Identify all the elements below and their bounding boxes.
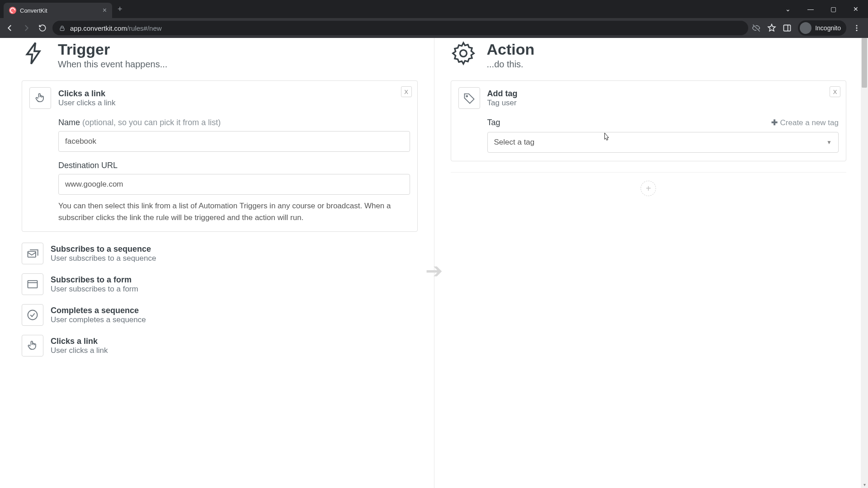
scroll-thumb[interactable] xyxy=(862,38,867,88)
svg-rect-7 xyxy=(28,281,38,288)
action-subheading: ...do this. xyxy=(487,59,535,70)
url-input[interactable] xyxy=(58,174,410,195)
new-tab-button[interactable]: + xyxy=(118,5,123,14)
address-bar[interactable]: app.convertkit.com/rules#/new xyxy=(52,21,748,35)
trigger-option-sequence-complete[interactable]: Completes a sequence User completes a se… xyxy=(22,300,418,330)
create-tag-link[interactable]: ✚Create a new tag xyxy=(771,118,839,127)
selected-action-card: Add tag Tag user X Tag ✚Create a new tag… xyxy=(451,80,847,161)
action-card-title: Add tag xyxy=(487,89,518,99)
back-button[interactable] xyxy=(4,22,16,34)
select-placeholder: Select a tag xyxy=(494,138,535,147)
trigger-column: Trigger When this event happens... Click… xyxy=(0,38,434,488)
window-icon xyxy=(22,273,43,295)
option-title: Clicks a link xyxy=(51,337,108,346)
name-input[interactable] xyxy=(58,131,410,152)
tab-title: ConvertKit xyxy=(20,7,99,14)
minimize-button[interactable]: — xyxy=(800,2,821,16)
option-title: Subscribes to a sequence xyxy=(51,244,156,254)
tag-select[interactable]: Select a tag ▼ xyxy=(487,132,839,153)
svg-point-5 xyxy=(856,30,858,31)
name-label: Name (optional, so you can pick it from … xyxy=(58,118,410,127)
option-subtitle: User completes a sequence xyxy=(51,315,146,324)
action-card-header: Add tag Tag user X xyxy=(451,81,846,115)
svg-rect-1 xyxy=(784,25,791,31)
incognito-icon xyxy=(800,22,811,34)
url-text: app.convertkit.com/rules#/new xyxy=(70,24,162,32)
svg-rect-6 xyxy=(28,251,36,257)
trigger-option-clicks-link[interactable]: Clicks a link User clicks a link xyxy=(22,330,418,361)
scroll-down-icon[interactable]: ▾ xyxy=(861,481,868,488)
check-circle-icon xyxy=(22,304,43,326)
eye-off-icon[interactable] xyxy=(752,23,761,33)
option-subtitle: User subscribes to a form xyxy=(51,285,138,294)
trigger-card-subtitle: User clicks a link xyxy=(58,99,116,108)
forward-button[interactable] xyxy=(20,22,33,34)
action-column: Action ...do this. Add tag Tag user X Ta… xyxy=(434,38,868,488)
selected-trigger-card: Clicks a link User clicks a link X Name … xyxy=(22,80,418,232)
svg-point-3 xyxy=(856,25,858,26)
envelope-stack-icon xyxy=(22,243,43,264)
reload-button[interactable] xyxy=(36,22,49,34)
action-header: Action ...do this. xyxy=(451,41,847,70)
maximize-button[interactable]: ▢ xyxy=(823,2,844,16)
pointer-icon xyxy=(29,87,51,109)
trigger-subheading: When this event happens... xyxy=(58,59,167,70)
svg-point-11 xyxy=(466,96,467,97)
trigger-option-form-subscribe[interactable]: Subscribes to a form User subscribes to … xyxy=(22,269,418,300)
nav-bar: app.convertkit.com/rules#/new Incognito xyxy=(0,18,868,38)
page-content: Trigger When this event happens... Click… xyxy=(0,38,868,488)
menu-icon[interactable] xyxy=(853,24,861,32)
svg-point-9 xyxy=(28,310,38,320)
remove-action-button[interactable]: X xyxy=(830,86,840,97)
browser-chrome: ConvertKit × + ⌄ — ▢ ✕ app.convertkit.co… xyxy=(0,0,868,38)
lightning-icon xyxy=(22,41,47,66)
option-title: Completes a sequence xyxy=(51,306,146,315)
star-icon[interactable] xyxy=(767,23,776,33)
trigger-heading: Trigger xyxy=(58,41,167,58)
option-title: Subscribes to a form xyxy=(51,275,138,285)
tag-icon xyxy=(458,87,480,109)
svg-rect-0 xyxy=(60,28,64,30)
tab-bar: ConvertKit × + ⌄ — ▢ ✕ xyxy=(0,0,868,18)
trigger-option-sequence-subscribe[interactable]: Subscribes to a sequence User subscribes… xyxy=(22,238,418,269)
tabs-dropdown-icon[interactable]: ⌄ xyxy=(778,2,798,16)
option-subtitle: User subscribes to a sequence xyxy=(51,254,156,263)
browser-tab[interactable]: ConvertKit × xyxy=(4,3,112,18)
close-tab-icon[interactable]: × xyxy=(103,6,107,14)
window-controls: ⌄ — ▢ ✕ xyxy=(778,2,868,16)
favicon-icon xyxy=(9,7,16,14)
url-label: Destination URL xyxy=(58,161,410,170)
svg-point-4 xyxy=(856,28,858,29)
trigger-card-header: Clicks a link User clicks a link X xyxy=(22,81,417,115)
pointer-icon xyxy=(22,335,43,357)
tag-label: Tag xyxy=(487,118,500,127)
remove-trigger-button[interactable]: X xyxy=(401,86,412,97)
add-action-button[interactable]: + xyxy=(641,181,656,196)
trigger-header: Trigger When this event happens... xyxy=(22,41,418,70)
scrollbar[interactable]: ▴ ▾ xyxy=(861,38,868,488)
action-card-subtitle: Tag user xyxy=(487,99,518,108)
incognito-label: Incognito xyxy=(815,24,841,32)
incognito-badge[interactable]: Incognito xyxy=(798,20,846,36)
action-heading: Action xyxy=(487,41,535,58)
gear-icon xyxy=(451,41,476,66)
plus-icon: ✚ xyxy=(771,118,778,127)
close-window-button[interactable]: ✕ xyxy=(845,2,866,16)
trigger-help-text: You can then select this link from a lis… xyxy=(58,200,410,223)
separator xyxy=(451,172,847,173)
chevron-down-icon: ▼ xyxy=(826,139,832,145)
svg-point-10 xyxy=(460,50,467,57)
panel-icon[interactable] xyxy=(783,23,792,33)
lock-icon xyxy=(59,25,66,32)
option-subtitle: User clicks a link xyxy=(51,346,108,355)
nav-right: Incognito xyxy=(752,20,864,36)
trigger-card-title: Clicks a link xyxy=(58,89,116,99)
